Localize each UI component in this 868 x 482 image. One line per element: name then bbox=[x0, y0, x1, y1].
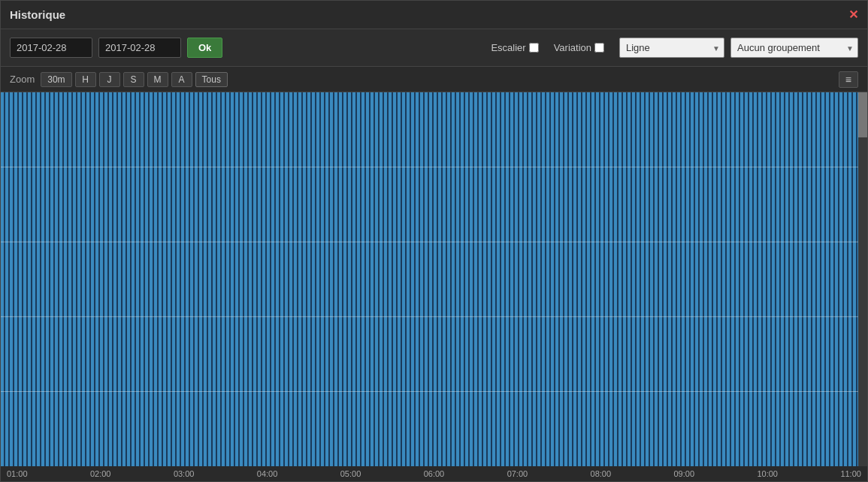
zoom-btn-m[interactable]: M bbox=[147, 72, 168, 87]
time-label-1100: 11:00 bbox=[840, 469, 861, 478]
escalier-checkbox[interactable] bbox=[529, 43, 539, 53]
ligne-dropdown-wrapper: Ligne bbox=[619, 38, 724, 58]
time-label-0400: 04:00 bbox=[257, 469, 278, 478]
zoom-btn-h[interactable]: H bbox=[75, 72, 96, 87]
date-end-input[interactable] bbox=[98, 38, 181, 58]
date-start-input[interactable] bbox=[10, 38, 92, 58]
time-label-0800: 08:00 bbox=[591, 469, 612, 478]
svg-rect-14 bbox=[858, 92, 867, 137]
chart-area bbox=[1, 92, 867, 466]
svg-rect-13 bbox=[858, 92, 867, 466]
time-label-0100: 01:00 bbox=[7, 469, 28, 478]
historique-window: Historique ✕ Ok Escalier Variation Ligne… bbox=[0, 0, 868, 482]
variation-checkbox[interactable] bbox=[594, 43, 604, 53]
time-label-0900: 09:00 bbox=[674, 469, 695, 478]
groupement-dropdown-wrapper: Aucun groupement bbox=[730, 38, 858, 58]
menu-icon-button[interactable]: ≡ bbox=[839, 71, 858, 88]
svg-rect-8 bbox=[1, 92, 867, 466]
zoom-btn-j[interactable]: J bbox=[99, 72, 120, 87]
zoom-bar: Zoom 30m H J S M A Tous ≡ bbox=[1, 67, 867, 92]
variation-group: Variation bbox=[554, 42, 604, 53]
time-label-0500: 05:00 bbox=[340, 469, 361, 478]
groupement-dropdown[interactable]: Aucun groupement bbox=[730, 38, 858, 58]
toolbar: Ok Escalier Variation Ligne Aucun groupe… bbox=[1, 29, 867, 67]
time-axis-labels: 01:00 02:00 03:00 04:00 05:00 06:00 07:0… bbox=[1, 469, 867, 478]
variation-label: Variation bbox=[554, 42, 591, 53]
time-label-0200: 02:00 bbox=[90, 469, 111, 478]
zoom-btn-s[interactable]: S bbox=[123, 72, 144, 87]
title-bar: Historique ✕ bbox=[1, 1, 867, 29]
ligne-dropdown[interactable]: Ligne bbox=[619, 38, 724, 58]
ok-button[interactable]: Ok bbox=[187, 38, 222, 58]
escalier-label: Escalier bbox=[491, 42, 525, 53]
time-axis: 01:00 02:00 03:00 04:00 05:00 06:00 07:0… bbox=[1, 466, 867, 481]
time-label-0600: 06:00 bbox=[424, 469, 445, 478]
zoom-btn-tous[interactable]: Tous bbox=[195, 72, 228, 87]
time-label-0300: 03:00 bbox=[174, 469, 195, 478]
time-label-0700: 07:00 bbox=[507, 469, 528, 478]
escalier-group: Escalier bbox=[491, 42, 538, 53]
zoom-btn-a[interactable]: A bbox=[171, 72, 192, 87]
zoom-label: Zoom bbox=[10, 74, 35, 85]
chart-svg bbox=[1, 92, 867, 466]
close-icon[interactable]: ✕ bbox=[848, 8, 858, 22]
zoom-btn-30m[interactable]: 30m bbox=[41, 72, 71, 87]
window-title: Historique bbox=[10, 8, 65, 21]
time-label-1000: 10:00 bbox=[757, 469, 778, 478]
